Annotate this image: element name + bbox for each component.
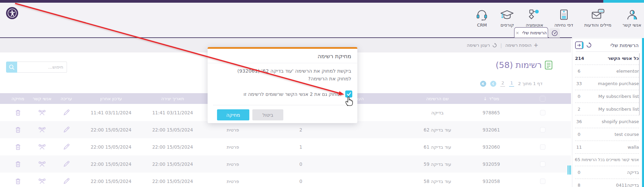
trash-icon — [14, 126, 22, 134]
delete-row-button[interactable] — [11, 155, 25, 173]
tab-dashboard[interactable] — [549, 28, 560, 38]
nav-item-crm[interactable]: CRM — [475, 8, 489, 28]
sidebar-item-name: אנשי קשר משוייכים בכל הרשימות — [581, 157, 639, 162]
sidebar-item-name: shopify purchase — [602, 119, 639, 124]
delete-row-button[interactable] — [11, 173, 25, 187]
graduation-cap-icon — [500, 8, 514, 22]
delete-row-button[interactable] — [11, 121, 25, 138]
select-all-checkbox[interactable] — [540, 96, 545, 102]
list-id-cell: 932059 — [468, 155, 515, 173]
list-name-cell: עוד בדיקה 58 — [397, 173, 478, 187]
count-cell: 0 — [284, 155, 318, 173]
created-cell: 15/05/2024 22:00 — [146, 155, 200, 173]
delete-row-button[interactable] — [11, 104, 25, 121]
sidebar-item[interactable]: My subscribers list 0 — [575, 90, 639, 103]
mail-messages-icon — [591, 8, 605, 22]
page-title-row: רשימות (58) — [496, 60, 552, 70]
search-button[interactable] — [6, 62, 17, 73]
row-checkbox[interactable] — [540, 179, 545, 184]
row-checkbox[interactable] — [540, 144, 545, 150]
skip-to-first-icon — [481, 82, 485, 85]
sidebar-item-name: elementor — [616, 69, 639, 74]
edit-row-button[interactable] — [60, 138, 73, 155]
people-group-icon — [38, 143, 46, 150]
sidebar-accent-strip — [642, 38, 644, 187]
add-list-button[interactable]: + הוספת רשימה — [505, 43, 538, 48]
tab-my-lists[interactable]: הרשימות שלי × — [514, 27, 548, 38]
row-contacts-button[interactable] — [34, 104, 50, 121]
sidebar-item[interactable]: elementor 6 — [575, 65, 639, 78]
type-cell: פרטית — [216, 173, 250, 187]
sidebar-collapse-button[interactable] — [575, 41, 584, 50]
pagination-first-button[interactable] — [480, 81, 486, 87]
sidebar-resize-handle[interactable] — [568, 165, 571, 175]
headset-icon — [475, 8, 489, 22]
sidebar-refresh-button[interactable] — [586, 42, 592, 49]
confirm-delete-button[interactable]: מחיקה — [217, 109, 249, 120]
nav-item-mails-messages[interactable]: מיילים והודעות — [584, 8, 611, 28]
refresh-icon — [586, 42, 592, 48]
sidebar-item-count: 0 — [575, 132, 583, 137]
edit-row-button[interactable] — [60, 104, 73, 121]
pencil-icon — [63, 160, 70, 167]
pagination-page-1[interactable]: 1 — [509, 80, 514, 87]
pagination-prev-button[interactable] — [490, 81, 496, 87]
checkbox-label[interactable]: למחוק גם את 2 אנשי הקשר שרשומים לרשימה ז… — [244, 91, 342, 97]
sidebar-item[interactable]: shopify purchase 36 — [575, 115, 639, 128]
sidebar-item-all-contacts[interactable]: כל אנשי הקשר 214 — [575, 52, 639, 65]
modal-message-line1: ביקשת למחוק את הרשימה 'עוד בדיקה 62' (93… — [214, 67, 351, 75]
refresh-list-label: רענון רשימה — [467, 43, 490, 48]
sidebar-title: הרשימות שלי — [610, 42, 639, 48]
accessibility-button[interactable] — [6, 7, 18, 19]
nav-item-automation[interactable]: אוטומציה — [526, 8, 543, 28]
trash-icon — [14, 143, 22, 151]
nav-label: CRM — [477, 23, 487, 28]
lists-sidebar: הרשימות שלי כל אנשי הקשר 214 elementor 6 — [572, 38, 644, 187]
sidebar-item[interactable]: My subscribers list 2 — [575, 103, 639, 116]
edit-row-button[interactable] — [60, 173, 73, 187]
cancel-button[interactable]: ביטול — [252, 109, 283, 120]
select-all-cell — [540, 93, 545, 104]
edit-row-button[interactable] — [60, 121, 73, 138]
tab-close-icon[interactable]: × — [515, 30, 519, 35]
sidebar-item[interactable]: test course 0 — [575, 128, 639, 141]
automation-icon — [528, 8, 541, 22]
pagination-page-2[interactable]: 2 — [500, 80, 505, 87]
created-cell: 03/11/2024 11:41 — [146, 104, 200, 121]
sidebar-item[interactable]: בדיקה 0 — [575, 166, 639, 179]
list-id-cell: 932061 — [468, 121, 515, 138]
id-header-label: מס"ד — [489, 96, 499, 101]
row-checkbox[interactable] — [540, 110, 545, 115]
created-cell: 15/05/2024 22:00 — [146, 138, 200, 155]
add-list-label: הוספת רשימה — [505, 43, 532, 48]
row-checkbox[interactable] — [540, 127, 545, 133]
last-update-cell: 15/05/2024 22:00 — [84, 173, 138, 187]
nav-label: קורסים — [500, 23, 514, 28]
refresh-list-button[interactable]: רענון רשימה — [467, 43, 497, 48]
last-update-cell: 03/11/2024 11:41 — [84, 104, 138, 121]
sidebar-item[interactable]: magento purchase 33 — [575, 77, 639, 90]
row-contacts-button[interactable] — [34, 155, 50, 173]
sidebar-item[interactable]: walla 11 — [575, 141, 639, 154]
sidebar-scrollbar[interactable] — [639, 53, 640, 115]
nav-item-courses[interactable]: קורסים — [500, 8, 514, 28]
nav-item-landing-pages[interactable]: דפי נחיתה — [554, 8, 573, 28]
search-input[interactable] — [17, 62, 67, 73]
sidebar-item-name: magento purchase — [598, 81, 639, 86]
row-contacts-button[interactable] — [34, 173, 50, 187]
delete-row-button[interactable] — [11, 138, 25, 155]
trash-icon — [14, 109, 22, 116]
edit-row-button[interactable] — [60, 155, 73, 173]
row-contacts-button[interactable] — [34, 138, 50, 155]
tab-label: הרשימות שלי — [522, 30, 547, 35]
delete-contacts-checkbox[interactable] — [345, 90, 352, 98]
row-contacts-button[interactable] — [34, 121, 50, 138]
pagination-label: דף 1 מתוך 2 — [518, 81, 542, 86]
pencil-icon — [63, 109, 70, 116]
column-header-id[interactable]: מס"ד ↓ — [468, 93, 515, 104]
table-row: 15/05/2024 22:00 15/05/2024 22:00 פרטית … — [0, 121, 571, 138]
row-checkbox[interactable] — [540, 161, 545, 167]
nav-item-contacts[interactable]: אנשי קשר — [622, 8, 641, 28]
sidebar-item[interactable]: בדיקה0411 8 — [575, 179, 639, 187]
sidebar-item-linked-contacts[interactable]: אנשי קשר משוייכים בכל הרשימות 65 — [575, 154, 639, 166]
